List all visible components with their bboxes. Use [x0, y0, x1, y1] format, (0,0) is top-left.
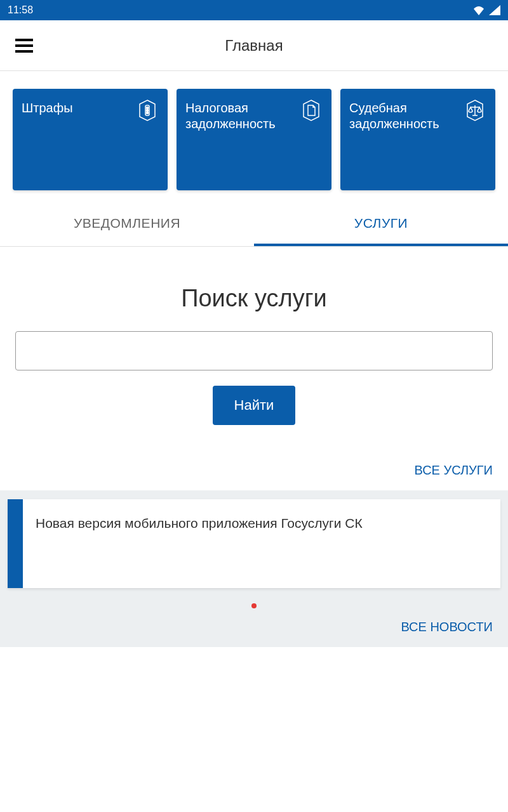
news-text: Новая версия мобильного приложения Госус… — [23, 499, 375, 588]
document-icon — [300, 99, 323, 122]
wifi-icon — [472, 5, 485, 15]
app-header: Главная — [0, 20, 508, 71]
all-news-link[interactable]: ВСЕ НОВОСТИ — [8, 616, 500, 634]
scales-icon — [464, 99, 486, 122]
svg-point-2 — [147, 107, 149, 109]
card-court-debt[interactable]: Судебная задолженность — [340, 89, 495, 190]
all-services-link[interactable]: ВСЕ УСЛУГИ — [0, 450, 508, 490]
category-cards: Штрафы Налоговая задолженность Судебная … — [0, 71, 508, 203]
news-accent — [8, 499, 23, 588]
card-fines[interactable]: Штрафы — [13, 89, 168, 190]
svg-marker-5 — [304, 100, 319, 121]
tabs: УВЕДОМЛЕНИЯ УСЛУГИ — [0, 203, 508, 247]
card-tax-debt[interactable]: Налоговая задолженность — [177, 89, 331, 190]
tab-notifications[interactable]: УВЕДОМЛЕНИЯ — [0, 203, 254, 246]
search-button[interactable]: Найти — [213, 386, 296, 425]
traffic-light-icon — [136, 99, 159, 122]
tab-services[interactable]: УСЛУГИ — [254, 203, 508, 246]
search-heading: Поиск услуги — [15, 285, 493, 312]
svg-point-3 — [147, 110, 149, 112]
dot-active[interactable] — [251, 603, 257, 608]
carousel-dots — [8, 588, 500, 616]
news-card[interactable]: Новая версия мобильного приложения Госус… — [8, 499, 500, 588]
status-bar: 11:58 — [0, 0, 508, 20]
search-input[interactable] — [15, 331, 493, 370]
status-time: 11:58 — [8, 4, 33, 16]
menu-button[interactable] — [15, 39, 33, 53]
news-section: Новая версия мобильного приложения Госус… — [0, 490, 508, 647]
page-title: Главная — [225, 37, 283, 55]
search-section: Поиск услуги Найти — [0, 247, 508, 450]
status-icons — [472, 5, 500, 15]
signal-icon — [489, 5, 500, 15]
svg-point-4 — [147, 112, 149, 114]
